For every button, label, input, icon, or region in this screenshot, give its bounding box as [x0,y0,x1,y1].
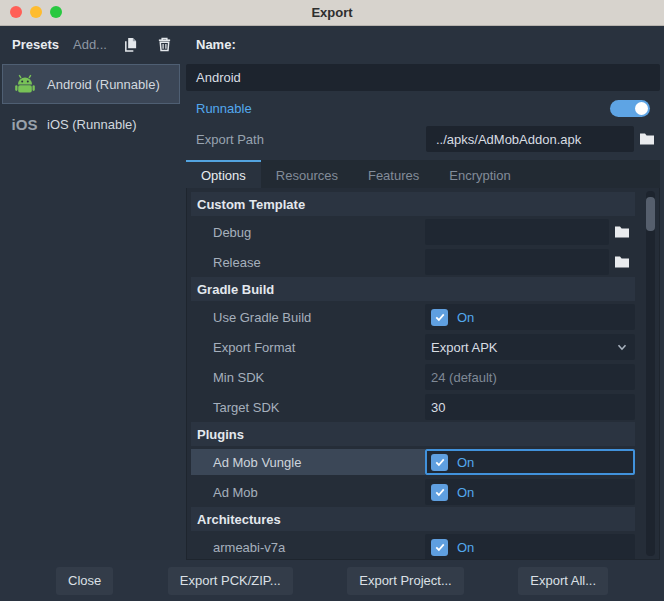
property-label: Target SDK [191,394,425,420]
name-row: Name: [186,37,664,52]
export-pck-zip-button[interactable]: Export PCK/ZIP... [168,567,293,595]
min-sdk-input[interactable]: 24 (default) [425,364,635,390]
export-all-button[interactable]: Export All... [518,567,608,595]
android-icon [11,74,38,95]
dropdown-selected-value: Export APK [431,340,615,355]
property-label: Ad Mob Vungle [191,449,425,475]
preset-item-label: iOS (Runnable) [47,117,137,132]
options-scrollbar[interactable] [646,191,655,556]
tab-resources[interactable]: Resources [261,160,353,188]
folder-icon [614,225,630,239]
property-row-ad-mob: Ad Mob On [191,477,635,507]
name-label: Name: [196,37,236,52]
presets-label: Presets [12,37,59,52]
trash-icon [157,37,172,52]
use-gradle-build-checkbox-field[interactable]: On [425,304,635,330]
checkbox-checked-icon[interactable] [431,454,448,471]
export-path-browse-button[interactable] [634,126,660,152]
dialog-footer: Close Export PCK/ZIP... Export Project..… [0,560,664,601]
folder-icon [614,255,630,269]
preset-item-android[interactable]: Android (Runnable) [2,64,180,104]
property-row-release: Release [191,247,635,277]
close-window-button[interactable] [10,6,22,18]
target-sdk-value: 30 [431,400,445,415]
toolbar: Presets Add... [0,26,664,62]
checkbox-state-label: On [457,485,474,500]
export-path-input[interactable]: ../apks/AdMobAddon.apk [426,126,634,152]
export-path-label: Export Path [196,132,426,147]
tab-features[interactable]: Features [353,160,434,188]
property-label: Export Format [191,334,425,360]
toggle-knob [635,102,648,115]
export-tabs: Options Resources Features Encryption [186,160,660,188]
target-sdk-input[interactable]: 30 [425,394,635,420]
minimize-window-button[interactable] [30,6,42,18]
property-row-ad-mob-vungle: Ad Mob Vungle On [191,447,635,477]
titlebar: Export [0,0,664,26]
tab-encryption[interactable]: Encryption [434,160,525,188]
ios-icon: iOS [11,116,38,133]
property-label: Use Gradle Build [191,304,425,330]
checkbox-checked-icon[interactable] [431,539,448,556]
ad-mob-vungle-checkbox-field[interactable]: On [425,449,635,475]
property-row-target-sdk: Target SDK 30 [191,392,635,422]
property-row-debug: Debug [191,217,635,247]
ad-mob-checkbox-field[interactable]: On [425,479,635,505]
export-path-row: Export Path ../apks/AdMobAddon.apk [186,125,660,153]
close-button[interactable]: Close [56,567,113,595]
checkbox-state-label: On [457,455,474,470]
property-label: Ad Mob [191,479,425,505]
export-dialog: Export Presets Add... [0,0,664,601]
name-input[interactable]: Android [186,64,660,91]
section-header-custom-template[interactable]: Custom Template [191,192,635,216]
property-label: Release [191,249,425,275]
tab-options[interactable]: Options [186,160,261,188]
presets-list: Android (Runnable) iOS iOS (Runnable) [0,62,182,560]
property-label: Debug [191,219,425,245]
property-label: armeabi-v7a [191,534,425,560]
runnable-toggle[interactable] [610,100,650,117]
debug-template-input[interactable] [425,219,609,245]
release-template-input[interactable] [425,249,609,275]
section-header-architectures[interactable]: Architectures [191,507,635,531]
dialog-body: Android (Runnable) iOS iOS (Runnable) An… [0,62,664,560]
folder-icon [639,132,655,146]
property-row-min-sdk: Min SDK 24 (default) [191,362,635,392]
checkbox-state-label: On [457,310,474,325]
section-header-plugins[interactable]: Plugins [191,422,635,446]
section-header-gradle-build[interactable]: Gradle Build [191,277,635,301]
duplicate-preset-button[interactable] [121,34,141,54]
property-row-armeabi-v7a: armeabi-v7a On [191,532,635,560]
min-sdk-value: 24 (default) [431,370,497,385]
property-row-use-gradle-build: Use Gradle Build On [191,302,635,332]
release-template-browse-button[interactable] [609,255,635,269]
export-format-dropdown[interactable]: Export APK [425,334,635,360]
delete-preset-button[interactable] [155,34,175,54]
runnable-label: Runnable [196,101,252,116]
checkbox-checked-icon[interactable] [431,484,448,501]
scrollbar-thumb[interactable] [646,197,655,231]
property-label: Min SDK [191,364,425,390]
traffic-lights [10,6,62,18]
chevron-down-icon [615,340,629,354]
property-value [425,219,635,245]
checkbox-state-label: On [457,540,474,555]
property-value [425,249,635,275]
window-title: Export [311,5,352,20]
export-project-button[interactable]: Export Project... [347,567,463,595]
property-row-export-format: Export Format Export APK [191,332,635,362]
armeabi-v7a-checkbox-field[interactable]: On [425,534,635,560]
add-preset-button[interactable]: Add... [73,37,107,52]
presets-toolbar: Presets Add... [0,34,186,54]
options-content: Custom Template Debug [191,192,659,560]
zoom-window-button[interactable] [50,6,62,18]
preset-item-label: Android (Runnable) [47,77,160,92]
options-panel: Custom Template Debug [186,188,660,560]
checkbox-checked-icon[interactable] [431,309,448,326]
preset-item-ios[interactable]: iOS iOS (Runnable) [2,104,180,144]
duplicate-icon [123,37,138,52]
runnable-row: Runnable [186,91,660,125]
debug-template-browse-button[interactable] [609,225,635,239]
preset-settings-panel: Android Runnable Export Path ../apks/AdM… [182,62,664,560]
